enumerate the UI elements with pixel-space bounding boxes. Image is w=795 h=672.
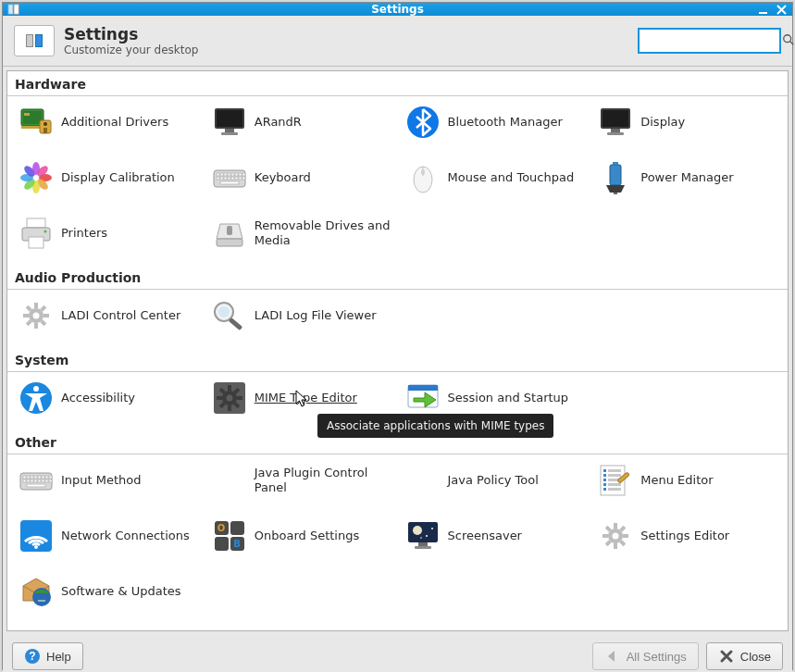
launcher-arandr[interactable]: ARandR [205, 100, 398, 144]
svg-rect-64 [23, 314, 29, 317]
svg-rect-89 [34, 476, 37, 479]
svg-rect-18 [611, 129, 620, 132]
svg-rect-119 [215, 537, 229, 551]
svg-rect-37 [217, 177, 219, 180]
svg-rect-80 [217, 396, 222, 400]
svg-rect-51 [27, 218, 45, 228]
svg-point-54 [44, 230, 47, 233]
svg-point-47 [421, 169, 425, 175]
launcher-ladi-log-file-viewer[interactable]: LADI Log File Viewer [205, 293, 398, 338]
svg-point-116 [34, 545, 38, 549]
launcher-input-method[interactable]: Input Method [11, 458, 205, 503]
svg-rect-104 [603, 469, 606, 472]
svg-rect-131 [614, 523, 617, 529]
svg-rect-33 [231, 173, 234, 176]
svg-rect-69 [229, 317, 242, 330]
launcher-onboard-settings[interactable]: OBOnboard Settings [205, 514, 398, 558]
search-input[interactable] [643, 34, 782, 47]
keyboard-icon [210, 158, 249, 197]
display-calibration-icon [17, 158, 56, 197]
launcher-label-display: Display [640, 115, 685, 130]
launcher-label-power-manager: Power Manager [640, 170, 733, 185]
svg-rect-128 [418, 542, 428, 546]
svg-rect-60 [43, 314, 49, 317]
additional-drivers-icon [17, 103, 56, 142]
launcher-label-removable-drives-and-media: Removable Drives and Media [255, 218, 392, 249]
svg-rect-102 [27, 484, 45, 487]
section-title-audio: Audio Production [7, 265, 788, 290]
svg-rect-50 [614, 193, 617, 194]
svg-point-10 [43, 122, 47, 126]
launcher-java-policy-tool[interactable]: Java Policy Tool [398, 458, 591, 503]
svg-rect-40 [228, 177, 230, 180]
removable-drives-and-media-icon [210, 214, 249, 253]
svg-rect-108 [603, 479, 606, 481]
launcher-accessibility[interactable]: Accessibility [11, 376, 205, 420]
svg-rect-29 [217, 173, 219, 176]
svg-point-3 [784, 34, 791, 42]
launcher-network-connections[interactable]: Network Connections [11, 514, 205, 558]
settings-editor-icon [596, 516, 635, 555]
svg-rect-19 [607, 132, 624, 135]
svg-rect-111 [608, 483, 621, 486]
launcher-removable-drives-and-media[interactable]: Removable Drives and Media [205, 211, 398, 255]
java-control-panel-icon [210, 461, 249, 500]
launcher-ladi-control-center[interactable]: LADI Control Center [11, 293, 205, 338]
svg-rect-93 [49, 476, 52, 479]
session-and-startup-icon [404, 379, 442, 417]
launcher-software-updates[interactable]: Software & Updates [11, 569, 205, 614]
settings-grid: HardwareAdditional DriversARandRBluetoot… [6, 70, 789, 631]
svg-point-71 [33, 386, 39, 392]
all-settings-button: All Settings [592, 642, 699, 670]
launcher-additional-drivers[interactable]: Additional Drivers [11, 100, 205, 144]
launcher-label-software-updates: Software & Updates [61, 584, 181, 599]
svg-rect-30 [220, 173, 223, 176]
launcher-printers[interactable]: Printers [11, 211, 205, 255]
search-box[interactable] [638, 28, 781, 54]
window-controls [755, 2, 789, 17]
launcher-power-manager[interactable]: Power Manager [590, 156, 784, 200]
launcher-bluetooth-manager[interactable]: Bluetooth Manager [398, 100, 591, 144]
page-subtitle: Customize your desktop [64, 44, 198, 56]
launcher-settings-editor[interactable]: Settings Editor [590, 514, 784, 558]
svg-rect-76 [237, 396, 242, 400]
close-footer-button[interactable]: Close [706, 642, 783, 670]
svg-point-82 [226, 395, 232, 402]
svg-point-127 [420, 537, 422, 539]
launcher-keyboard[interactable]: Keyboard [205, 156, 398, 200]
window-app-icon [6, 2, 21, 17]
close-button[interactable] [774, 2, 789, 17]
launcher-mouse-and-touchpad[interactable]: Mouse and Touchpad [398, 156, 591, 200]
svg-rect-112 [603, 488, 606, 491]
all-settings-label: All Settings [627, 650, 687, 664]
svg-rect-91 [42, 476, 44, 479]
printers-icon [17, 214, 56, 253]
launcher-label-bluetooth-manager: Bluetooth Manager [448, 115, 563, 130]
svg-point-66 [33, 313, 40, 319]
back-icon [604, 648, 621, 665]
launcher-menu-editor[interactable]: Menu Editor [590, 458, 784, 503]
svg-point-68 [218, 306, 230, 317]
launcher-label-network-connections: Network Connections [61, 529, 190, 543]
section-grid-audio: LADI Control CenterLADI Log File Viewer [7, 290, 788, 347]
svg-rect-2 [759, 12, 767, 14]
help-button[interactable]: ? Help [12, 642, 83, 670]
minimize-button[interactable] [755, 2, 770, 17]
svg-rect-48 [610, 165, 621, 185]
launcher-label-mime-type-editor: MIME Type Editor [255, 391, 357, 405]
svg-rect-34 [235, 173, 238, 176]
launcher-label-java-control-panel: Java Plugin Control Panel [255, 466, 392, 496]
launcher-display[interactable]: Display [590, 100, 784, 144]
launcher-label-session-and-startup: Session and Startup [448, 391, 569, 405]
launcher-display-calibration[interactable]: Display Calibration [11, 156, 205, 200]
svg-rect-105 [608, 469, 621, 472]
svg-rect-107 [608, 474, 621, 477]
launcher-java-control-panel[interactable]: Java Plugin Control Panel [205, 458, 398, 503]
svg-rect-94 [23, 479, 26, 482]
section-grid-hardware: Additional DriversARandRBluetooth Manage… [7, 96, 788, 265]
svg-rect-44 [242, 177, 245, 180]
close-label: Close [740, 650, 771, 664]
svg-rect-123 [408, 522, 438, 542]
launcher-screensaver[interactable]: Screensaver [398, 514, 591, 558]
titlebar: Settings [3, 3, 792, 16]
